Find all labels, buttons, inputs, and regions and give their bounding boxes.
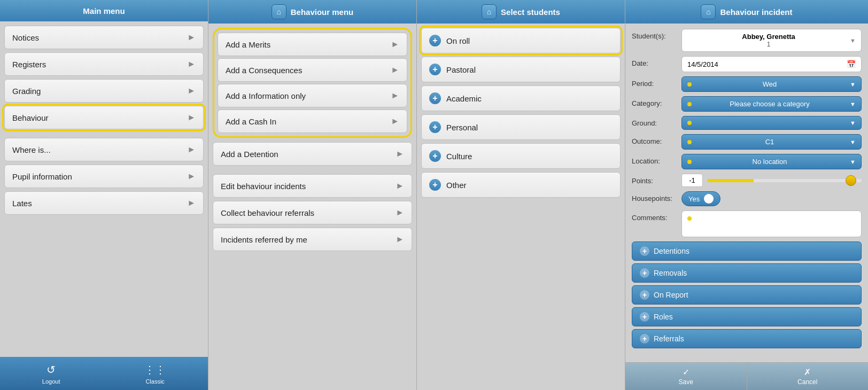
ground-select[interactable]: ▼ <box>681 116 862 130</box>
points-slider[interactable] <box>707 179 862 182</box>
behaviour-menu-panel: ⌂ Behaviour menu Add a Merits ► Add a Co… <box>208 0 417 390</box>
chevron-right-icon: ► <box>187 113 196 122</box>
outcome-dropdown: C1 ▼ <box>681 134 862 150</box>
save-button[interactable]: ✓ Save <box>625 363 747 390</box>
comments-input-area <box>681 210 862 237</box>
referrals-button[interactable]: + Referrals <box>632 329 862 348</box>
chevron-right-icon: ► <box>187 145 196 154</box>
check-icon: ✓ <box>683 367 689 377</box>
home-button[interactable]: ⌂ <box>272 4 286 19</box>
sidebar-item-where-is[interactable]: Where is... ► <box>4 138 204 161</box>
personal-label: Personal <box>446 123 478 132</box>
incidents-referred-item[interactable]: Incidents referred by me ► <box>213 228 412 251</box>
ground-row: Ground: ▼ <box>632 116 862 130</box>
comments-label: Comments: <box>632 210 677 222</box>
points-row: Points: -1 <box>632 174 862 187</box>
select-students-panel: ⌂ Select students + On roll + Pastoral +… <box>417 0 625 390</box>
outcome-label: Outcome: <box>632 134 677 145</box>
add-cash-in-item[interactable]: Add a Cash In ► <box>218 110 407 133</box>
chevron-right-icon: ► <box>396 149 404 159</box>
removals-button[interactable]: + Removals <box>632 263 862 283</box>
add-merits-item[interactable]: Add a Merits ► <box>218 33 407 56</box>
sidebar-item-lates[interactable]: Lates ► <box>4 191 204 215</box>
cancel-button[interactable]: ✗ Cancel <box>747 363 869 390</box>
roles-button[interactable]: + Roles <box>632 307 862 326</box>
outcome-dot <box>687 140 692 144</box>
student-label: Student(s): <box>632 29 677 40</box>
pastoral-item[interactable]: + Pastoral <box>421 57 621 82</box>
sidebar-item-notices[interactable]: Notices ► <box>4 26 204 49</box>
sidebar-item-pupil-info[interactable]: Pupil information ► <box>4 165 204 188</box>
sidebar-item-registers[interactable]: Registers ► <box>4 52 204 76</box>
x-icon: ✗ <box>804 367 811 377</box>
detentions-button[interactable]: + Detentions <box>632 241 862 261</box>
housepoints-value: Yes <box>688 195 700 203</box>
category-select[interactable]: Please choose a category ▼ <box>681 96 862 112</box>
students-title: Select students <box>501 7 560 17</box>
toggle-circle <box>704 194 714 204</box>
save-label: Save <box>679 378 693 386</box>
location-dropdown: No location ▼ <box>681 154 862 169</box>
slider-thumb[interactable] <box>846 175 856 186</box>
sidebar-item-behaviour[interactable]: Behaviour ► <box>4 106 204 129</box>
plus-icon: + <box>640 312 649 322</box>
pastoral-label: Pastoral <box>446 65 476 74</box>
comments-box[interactable] <box>681 210 862 237</box>
student-row: Student(s): Abbey, Grenetta 1 ▼ <box>632 29 862 52</box>
main-menu-title: Main menu <box>83 6 125 15</box>
chevron-right-icon: ► <box>187 198 196 208</box>
culture-label: Culture <box>446 152 472 161</box>
category-value: Please choose a category <box>692 100 848 108</box>
period-value: Wed <box>692 80 848 88</box>
sidebar-item-grading[interactable]: Grading ► <box>4 79 204 103</box>
points-control: -1 <box>681 174 862 187</box>
chevron-right-icon: ► <box>187 33 196 42</box>
chevron-down-icon: ▼ <box>850 81 856 88</box>
collect-referrals-label: Collect behaviour referrals <box>221 208 314 217</box>
grading-label: Grading <box>12 87 41 96</box>
on-roll-item[interactable]: + On roll <box>421 28 621 53</box>
behaviour-incident-panel: ⌂ Behaviour incident Student(s): Abbey, … <box>625 0 868 390</box>
incident-header: ⌂ Behaviour incident <box>625 0 868 24</box>
calendar-icon[interactable]: 📅 <box>847 60 856 68</box>
academic-item[interactable]: + Academic <box>421 85 621 111</box>
housepoints-toggle-btn[interactable]: Yes <box>681 191 720 206</box>
comments-dot <box>687 216 692 221</box>
on-report-button[interactable]: + On Report <box>632 285 862 305</box>
classic-label: Classic <box>145 378 164 385</box>
other-item[interactable]: + Other <box>421 172 621 198</box>
chevron-down-icon: ▼ <box>850 37 856 44</box>
period-dot <box>687 82 692 87</box>
on-roll-label: On roll <box>446 36 470 45</box>
main-bottom-bar: ↺ Logout ⋮⋮ Classic <box>0 357 208 390</box>
housepoints-label: Housepoints: <box>632 191 677 202</box>
category-label: Category: <box>632 96 677 107</box>
behaviour-circled-group: Add a Merits ► Add a Consequences ► Add … <box>213 28 412 138</box>
student-box[interactable]: Abbey, Grenetta 1 ▼ <box>681 29 862 52</box>
location-select[interactable]: No location ▼ <box>681 154 862 169</box>
plus-circle-icon: + <box>429 179 441 191</box>
location-label: Location: <box>632 154 677 165</box>
add-consequences-label: Add a Consequences <box>226 66 302 75</box>
logout-button[interactable]: ↺ Logout <box>32 361 71 387</box>
student-num: 1 <box>687 41 850 48</box>
culture-item[interactable]: + Culture <box>421 143 621 169</box>
add-detention-item[interactable]: Add a Detention ► <box>213 142 412 166</box>
personal-item[interactable]: + Personal <box>421 114 621 140</box>
edit-incidents-item[interactable]: Edit behaviour incidents ► <box>213 174 412 198</box>
outcome-select[interactable]: C1 ▼ <box>681 134 862 150</box>
date-label: Date: <box>632 56 677 67</box>
period-select[interactable]: Wed ▼ <box>681 76 862 92</box>
home-button[interactable]: ⌂ <box>482 4 497 19</box>
add-consequences-item[interactable]: Add a Consequences ► <box>218 58 407 82</box>
date-input[interactable]: 14/5/2014 📅 <box>681 56 862 72</box>
add-info-only-item[interactable]: Add a Information only ► <box>218 84 407 107</box>
main-menu-header: Main menu <box>0 0 208 21</box>
chevron-right-icon: ► <box>396 235 404 244</box>
home-button[interactable]: ⌂ <box>701 4 716 19</box>
incident-form: Student(s): Abbey, Grenetta 1 ▼ Date: 14… <box>625 24 868 362</box>
collect-referrals-item[interactable]: Collect behaviour referrals ► <box>213 201 412 224</box>
category-dot <box>687 102 692 106</box>
classic-button[interactable]: ⋮⋮ Classic <box>134 361 176 387</box>
add-info-only-label: Add a Information only <box>226 91 306 100</box>
